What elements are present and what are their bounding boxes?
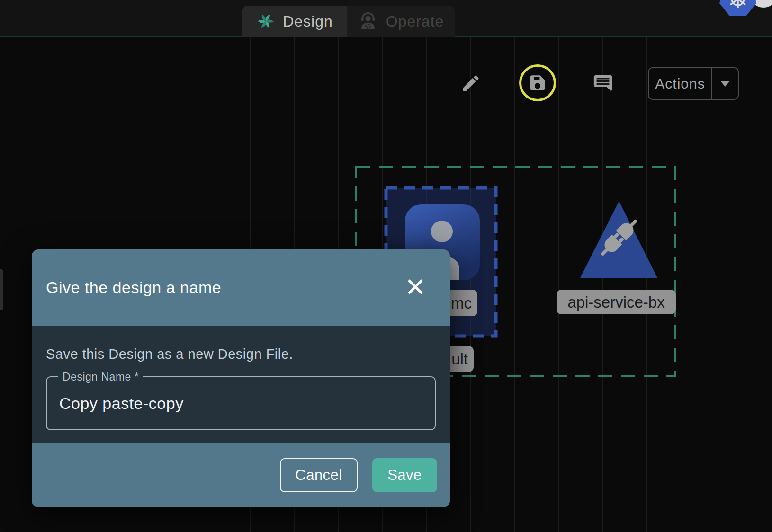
- dialog-title: Give the design a name: [46, 278, 221, 297]
- design-name-field: Design Name *: [46, 376, 436, 430]
- design-name-input[interactable]: [47, 377, 435, 429]
- design-name-label: Design Name *: [58, 371, 143, 383]
- save-button[interactable]: Save: [372, 458, 437, 492]
- tab-operate[interactable]: Operate: [347, 6, 455, 37]
- dialog-footer: Cancel Save: [32, 443, 450, 507]
- meshery-design-icon: [256, 12, 275, 31]
- node-label-api-service: api-service-bx: [557, 290, 676, 314]
- mode-tabstrip: Design Operate: [242, 6, 455, 37]
- api-service-node[interactable]: [580, 201, 657, 278]
- app-window: mc ult api-service-bx Actions: [0, 0, 772, 532]
- top-navigation-bar: Design Operate: [0, 0, 772, 37]
- tab-operate-label: Operate: [386, 13, 444, 30]
- kubernetes-icon: [719, 0, 756, 16]
- corner-logos: [696, 0, 772, 23]
- close-dialog-button[interactable]: [405, 277, 425, 297]
- save-design-dialog: Give the design a name Save this Design …: [32, 249, 450, 507]
- cancel-button[interactable]: Cancel: [280, 458, 358, 492]
- tab-design-label: Design: [283, 13, 333, 30]
- dialog-header: Give the design a name: [32, 249, 450, 326]
- tab-design[interactable]: Design: [242, 6, 347, 37]
- operate-headset-icon: [358, 11, 378, 32]
- close-icon: [406, 278, 424, 296]
- dialog-description: Save this Design as a new Design File.: [46, 326, 436, 362]
- dialog-body: Save this Design as a new Design File. D…: [32, 326, 450, 443]
